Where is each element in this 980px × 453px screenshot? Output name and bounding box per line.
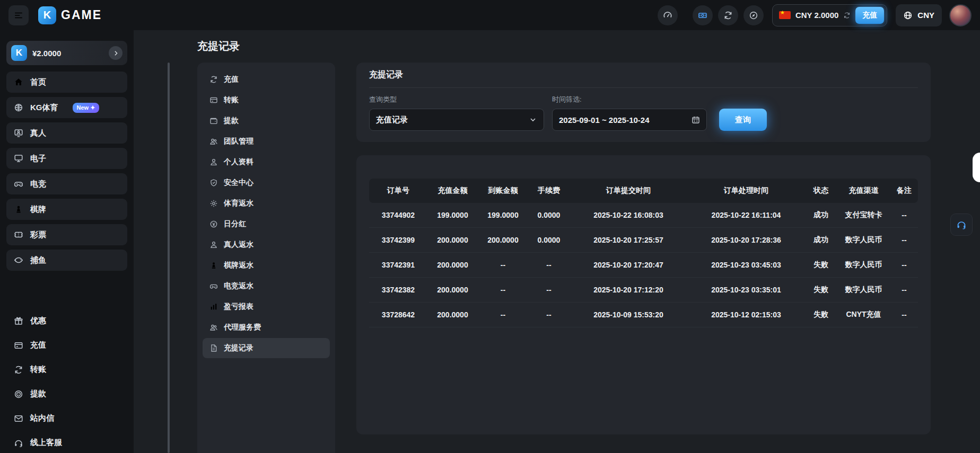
- table-cell: 失败: [805, 278, 837, 303]
- table-cell: 0.0000: [528, 203, 570, 228]
- sidebar-item-deposit[interactable]: 充值: [6, 333, 127, 357]
- money-icon: [698, 11, 707, 20]
- table-row: 33728642200.0000----2025-10-09 15:53:202…: [369, 303, 918, 327]
- header-deposit-button[interactable]: 充值: [855, 7, 884, 24]
- sidebar-item-label: 充值: [30, 340, 46, 350]
- main-content: 充提记录 充值 转账 提款 团队管理 个人资料: [134, 30, 980, 453]
- submenu-item-sports-rebate[interactable]: 体育返水: [203, 193, 330, 214]
- table-cell: 199.0000: [478, 203, 528, 228]
- table-cell: 2025-10-12 02:15:03: [687, 303, 805, 327]
- submenu-item-label: 盈亏报表: [224, 302, 253, 312]
- submenu-item-chess-rebate[interactable]: 棋牌返水: [203, 255, 330, 276]
- sidebar-item-esports[interactable]: 电竞: [6, 173, 127, 194]
- sidebar-item-withdraw[interactable]: 提款: [6, 382, 127, 406]
- column-header: 手续费: [528, 179, 570, 203]
- sidebar-item-live-casino[interactable]: 真人: [6, 122, 127, 144]
- circular-arrows-icon: [723, 11, 733, 20]
- sidebar-item-label: 线上客服: [30, 438, 62, 448]
- submenu-item-label: 个人资料: [224, 157, 253, 167]
- submenu-item-label: 团队管理: [224, 137, 253, 146]
- table-cell: 数字人民币: [837, 278, 890, 303]
- table-cell: --: [478, 253, 528, 278]
- page-title: 充提记录: [197, 39, 240, 54]
- submenu-item-deposit[interactable]: 充值: [203, 69, 330, 90]
- sidebar-item-slots[interactable]: 电子: [6, 148, 127, 169]
- sidebar-item-label: 首页: [30, 77, 46, 87]
- submenu-item-label: 体育返水: [224, 199, 253, 208]
- transfer-button[interactable]: [718, 5, 738, 25]
- sidebar-item-fishing[interactable]: 捕鱼: [6, 250, 127, 271]
- submenu-item-withdraw[interactable]: 提款: [203, 111, 330, 131]
- lottery-ticket-icon: [14, 230, 23, 239]
- date-range-input[interactable]: 2025-09-01 ~ 2025-10-24: [552, 109, 707, 131]
- submenu-item-daily-dividend[interactable]: 日分红: [203, 214, 330, 234]
- wallet-button[interactable]: [693, 5, 713, 25]
- profile-icon: [209, 158, 218, 166]
- table-cell: 成功: [805, 203, 837, 228]
- table-cell: 200.0000: [478, 228, 528, 253]
- compass-button[interactable]: [743, 5, 764, 25]
- headset-icon: [956, 219, 967, 230]
- submenu-item-profit-report[interactable]: 盈亏报表: [203, 297, 330, 317]
- query-type-select[interactable]: 充值记录: [369, 109, 544, 131]
- balance-display[interactable]: ★ CNY 2.0000 充值: [772, 4, 887, 26]
- sidebar-item-chess[interactable]: 棋牌: [6, 199, 127, 220]
- esports-icon: [14, 179, 23, 189]
- table-cell: --: [890, 303, 918, 327]
- records-icon: [209, 344, 218, 352]
- table-cell: 数字人民币: [837, 253, 890, 278]
- sidebar-item-messages[interactable]: 站内信: [6, 406, 127, 430]
- column-header: 备注: [890, 179, 918, 203]
- table-cell: --: [890, 278, 918, 303]
- submenu-item-team-management[interactable]: 团队管理: [203, 131, 330, 152]
- records-table-header-row: 订单号充值金额到账金额手续费订单提交时间订单处理时间状态充值渠道备注: [369, 179, 918, 203]
- table-cell: 2025-10-20 17:28:36: [687, 228, 805, 253]
- table-cell: --: [478, 278, 528, 303]
- column-header: 订单提交时间: [570, 179, 687, 203]
- sidebar-item-online-support[interactable]: 线上客服: [6, 431, 127, 453]
- gift-icon: [14, 316, 23, 326]
- table-cell: 33744902: [369, 203, 427, 228]
- table-cell: 2025-10-22 16:11:04: [687, 203, 805, 228]
- wallet-brand-icon: K: [11, 45, 27, 61]
- transfer-card-icon: [209, 96, 218, 104]
- time-filter-group: 时间筛选: 2025-09-01 ~ 2025-10-24: [552, 88, 707, 131]
- records-table-head: 订单号充值金额到账金额手续费订单提交时间订单处理时间状态充值渠道备注: [369, 179, 918, 203]
- sidebar-item-lottery[interactable]: 彩票: [6, 224, 127, 245]
- submenu-item-label: 真人返水: [224, 240, 253, 250]
- sidebar-item-kg-sports[interactable]: KG体育 New ✦: [6, 97, 127, 118]
- dashboard-button[interactable]: [658, 5, 678, 25]
- submenu-item-agent-fee[interactable]: 代理服务费: [203, 317, 330, 337]
- sidebar-item-transfer[interactable]: 转账: [6, 358, 127, 381]
- user-avatar[interactable]: [949, 4, 972, 26]
- hamburger-menu-button[interactable]: [8, 5, 29, 25]
- sports-ball-icon: [14, 103, 23, 112]
- query-type-value: 充值记录: [376, 115, 408, 125]
- refresh-balance-button[interactable]: [843, 12, 851, 19]
- wallet-card[interactable]: K ¥2.0000: [6, 41, 127, 65]
- profit-report-icon: [209, 303, 218, 311]
- customer-service-fab[interactable]: [950, 214, 973, 236]
- currency-selector[interactable]: CNY: [896, 4, 942, 26]
- sidebar-item-promotions[interactable]: 优惠: [6, 309, 127, 333]
- content-scrollbar[interactable]: [168, 63, 170, 453]
- submenu-item-profile[interactable]: 个人资料: [203, 152, 330, 172]
- side-panel-tab[interactable]: [973, 153, 980, 182]
- date-range-value: 2025-09-01 ~ 2025-10-24: [559, 116, 650, 125]
- sports-rebate-icon: [209, 199, 218, 208]
- table-cell: 200.0000: [427, 278, 478, 303]
- balance-value: CNY 2.0000: [795, 11, 838, 20]
- submenu-item-deposit-withdraw-records[interactable]: 充提记录: [203, 338, 330, 358]
- submenu-item-live-rebate[interactable]: 真人返水: [203, 235, 330, 255]
- wallet-expand-button[interactable]: [109, 46, 122, 60]
- search-button[interactable]: 查询: [719, 109, 767, 131]
- sidebar-item-label: 电子: [30, 154, 46, 164]
- submenu-item-esports-rebate[interactable]: 电竞返水: [203, 276, 330, 296]
- filter-card-title: 充提记录: [369, 63, 918, 88]
- brand-logo[interactable]: K GAME: [38, 6, 102, 24]
- submenu-item-transfer[interactable]: 转账: [203, 90, 330, 110]
- submenu-item-security-center[interactable]: 安全中心: [203, 173, 330, 193]
- sidebar-item-home[interactable]: 首页: [6, 72, 127, 93]
- table-cell: 33742382: [369, 278, 427, 303]
- records-table-card: 订单号充值金额到账金额手续费订单提交时间订单处理时间状态充值渠道备注 33744…: [356, 155, 931, 434]
